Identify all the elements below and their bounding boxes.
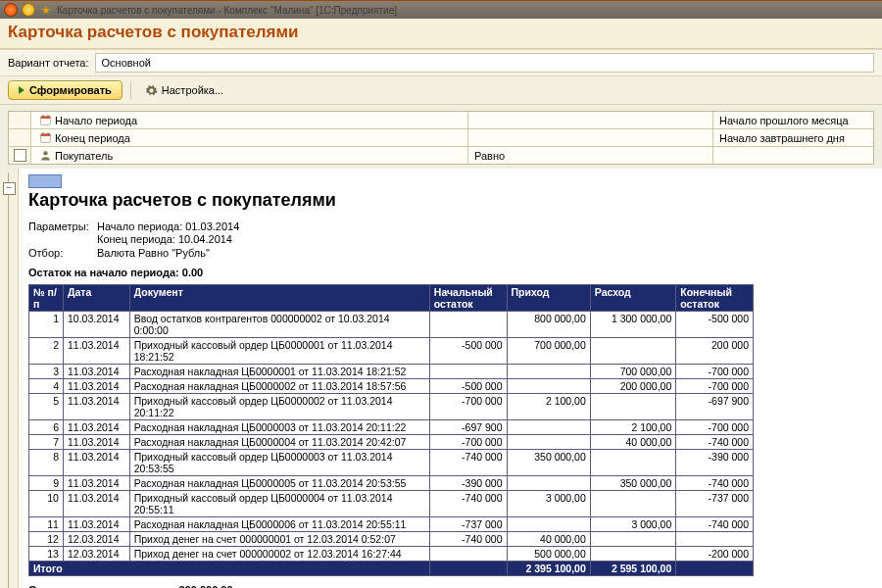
param-label-cell: Покупатель <box>31 147 468 164</box>
cell-end: -697 900 <box>676 394 754 420</box>
table-row[interactable]: 211.03.2014Приходный кассовый ордер ЦБ00… <box>29 338 754 365</box>
calendar-icon <box>35 131 55 144</box>
cell-end: -390 000 <box>676 450 754 476</box>
generate-button[interactable]: Сформировать <box>8 80 122 100</box>
cell-start <box>429 312 507 338</box>
cell-out: 350 000,00 <box>590 476 675 491</box>
cell-out <box>590 547 675 562</box>
param-checkbox-cell <box>9 147 31 164</box>
total-in: 2 395 100,00 <box>507 562 590 576</box>
cell-start: -500 000 <box>429 379 507 394</box>
cell-doc: Приходный кассовый ордер ЦБ0000002 от 11… <box>129 394 429 420</box>
cell-doc: Приход денег на счет 000000001 от 12.03.… <box>129 532 429 547</box>
divider <box>130 81 131 99</box>
cell-end: -740 000 <box>676 476 754 491</box>
cell-n: 11 <box>29 517 64 532</box>
collapse-toggle[interactable]: − <box>3 182 16 195</box>
table-row[interactable]: 1312.03.2014Приход денег на счет 0000000… <box>29 547 754 562</box>
cell-doc: Расходная накладная ЦБ0000005 от 11.03.2… <box>129 476 429 491</box>
start-balance: Остаток на начало периода: 0.00 <box>28 267 876 278</box>
col-date: Дата <box>63 285 129 312</box>
cell-out: 3 000,00 <box>590 517 675 532</box>
param-checkbox-cell <box>9 112 31 128</box>
total-label: Итого <box>29 562 430 576</box>
cell-doc: Приходный кассовый ордер ЦБ0000001 от 11… <box>129 338 429 365</box>
outline-gutter: − <box>0 169 19 588</box>
svg-rect-3 <box>47 115 48 118</box>
cell-n: 7 <box>29 435 64 450</box>
cell-n: 5 <box>29 394 64 420</box>
table-row[interactable]: 711.03.2014Расходная накладная ЦБ0000004… <box>29 435 754 450</box>
col-doc: Документ <box>129 285 429 312</box>
table-row[interactable]: 811.03.2014Приходный кассовый ордер ЦБ00… <box>29 450 754 476</box>
cell-date: 11.03.2014 <box>63 450 129 476</box>
cell-end: 200 000 <box>676 338 754 365</box>
table-row[interactable]: 411.03.2014Расходная накладная ЦБ0000002… <box>29 379 754 394</box>
cell-in: 500 000,00 <box>507 547 590 562</box>
cell-n: 1 <box>29 312 64 338</box>
calendar-icon <box>35 114 55 126</box>
cell-in: 2 100,00 <box>507 394 590 420</box>
meta-filter-value: Валюта Равно "Рубль" <box>97 247 210 259</box>
cell-end: -200 000 <box>676 547 754 562</box>
cell-start: -390 000 <box>429 476 507 491</box>
table-row[interactable]: 511.03.2014Приходный кассовый ордер ЦБ00… <box>29 394 754 420</box>
cell-start: -740 000 <box>429 491 507 517</box>
cell-n: 4 <box>29 379 64 394</box>
cell-n: 9 <box>29 476 64 491</box>
svg-rect-2 <box>42 115 43 118</box>
col-start: Начальный остаток <box>429 285 507 312</box>
param-op[interactable] <box>468 112 713 128</box>
param-label: Конец периода <box>55 132 130 144</box>
col-end: Конечный остаток <box>676 285 754 312</box>
cell-end: -500 000 <box>676 312 754 338</box>
table-row[interactable]: 1111.03.2014Расходная накладная ЦБ000000… <box>29 517 754 532</box>
table-row[interactable]: 311.03.2014Расходная накладная ЦБ0000001… <box>29 365 754 379</box>
param-value[interactable]: Начало завтрашнего дня <box>713 129 873 146</box>
app-window: ★ Карточка расчетов с покупателями - Ком… <box>0 0 882 588</box>
table-row[interactable]: 110.03.2014Ввод остатков контрагентов 00… <box>29 312 754 338</box>
param-op[interactable]: Равно <box>468 147 713 164</box>
variant-select[interactable]: Основной <box>95 53 875 73</box>
cell-date: 11.03.2014 <box>63 476 129 491</box>
header: Карточка расчетов с покупателями <box>0 19 882 49</box>
window-close-icon[interactable] <box>4 3 18 17</box>
outline-line <box>8 172 9 588</box>
cell-out: 2 100,00 <box>590 420 675 435</box>
cell-in <box>507 379 590 394</box>
cell-n: 12 <box>29 532 64 547</box>
cell-n: 8 <box>29 450 64 476</box>
param-value[interactable] <box>713 147 873 164</box>
toolbar: Сформировать Настройка... <box>0 76 882 105</box>
param-value[interactable]: Начало прошлого месяца <box>713 112 873 128</box>
param-row: Конец периодаНачало завтрашнего дня <box>9 129 873 147</box>
cell-date: 11.03.2014 <box>63 435 129 450</box>
report-title: Карточка расчетов с покупателями <box>28 190 876 211</box>
cell-n: 3 <box>29 365 64 379</box>
meta-line-0: Начало периода: 01.03.2014 <box>97 220 239 232</box>
cell-start: -697 900 <box>429 420 507 435</box>
cell-start <box>429 547 507 562</box>
meta-line-1: Конец периода: 10.04.2014 <box>97 233 232 245</box>
param-op[interactable] <box>468 129 713 146</box>
cell-date: 11.03.2014 <box>63 491 129 517</box>
svg-point-8 <box>43 151 47 155</box>
cell-n: 2 <box>29 338 64 365</box>
table-row[interactable]: 1011.03.2014Приходный кассовый ордер ЦБ0… <box>29 491 754 517</box>
cell-out: 40 000,00 <box>590 435 675 450</box>
window-min-icon[interactable] <box>22 3 35 17</box>
cell-doc: Приходный кассовый ордер ЦБ0000003 от 11… <box>129 450 429 476</box>
checkbox[interactable] <box>14 149 26 162</box>
table-row[interactable]: 911.03.2014Расходная накладная ЦБ0000005… <box>29 476 754 491</box>
table-row[interactable]: 1212.03.2014Приход денег на счет 0000000… <box>29 532 754 547</box>
settings-button[interactable]: Настройка... <box>139 81 229 100</box>
selection-marker <box>28 174 62 188</box>
cell-doc: Приходный кассовый ордер ЦБ0000004 от 11… <box>129 491 429 517</box>
cell-in <box>507 517 590 532</box>
cell-in <box>507 365 590 379</box>
settings-label: Настройка... <box>162 84 223 96</box>
svg-rect-6 <box>42 132 43 135</box>
col-out: Расход <box>590 285 675 312</box>
table-row[interactable]: 611.03.2014Расходная накладная ЦБ0000003… <box>29 420 754 435</box>
cell-in: 700 000,00 <box>507 338 590 365</box>
